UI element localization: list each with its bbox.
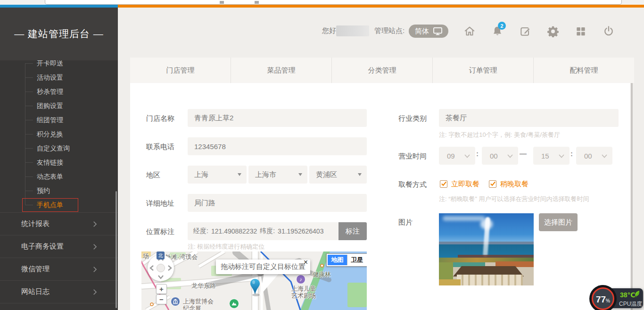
sidebar-section-ecommerce[interactable]: 电子商务设置	[0, 235, 118, 258]
accent-bar-orange	[118, 5, 644, 8]
zoom-in-button[interactable]: +	[156, 284, 167, 294]
check-icon	[490, 181, 496, 187]
photo-fountain-spray	[480, 219, 493, 229]
image-label: 图片	[398, 218, 413, 227]
chevron-right-icon	[91, 265, 99, 274]
home-icon[interactable]	[463, 25, 476, 37]
address-input[interactable]	[188, 194, 367, 212]
pan-center-knob[interactable]	[157, 264, 165, 272]
pickup-later-checkbox[interactable]	[489, 180, 496, 188]
sidebar-section-wechat[interactable]: 微信管理	[0, 258, 118, 280]
close-hour-select[interactable]: 15	[533, 147, 570, 165]
category-label: 行业类别	[398, 114, 427, 123]
province-select[interactable]: 上海	[188, 166, 247, 184]
map-type-switch: 地图 卫星	[326, 253, 367, 267]
category-note: 注: 字数不超过10个字，例: 美食/粤菜/茶餐厅	[439, 131, 560, 139]
zoom-out-button[interactable]: −	[156, 294, 167, 304]
map-type-map-button[interactable]: 地图	[328, 255, 347, 265]
photo-autumn-tree	[439, 279, 461, 285]
close-icon[interactable]: ×	[304, 259, 308, 266]
sidebar-item-points[interactable]: 积分兑换	[0, 127, 118, 141]
sidebar-item-links[interactable]: 友情链接	[0, 155, 118, 169]
sidebar-item-groupon[interactable]: 团购设置	[0, 99, 118, 113]
open-hour-select[interactable]: 09	[439, 147, 475, 165]
time-colon: :	[570, 150, 573, 158]
map-label-road: 龙华东路	[191, 282, 216, 290]
sidebar-scrollbar[interactable]	[116, 191, 117, 308]
pickup-label: 取餐方式	[398, 180, 427, 189]
notification-badge: 2	[498, 22, 506, 30]
tab-store-management[interactable]: 门店管理	[130, 58, 231, 83]
tab-ingredient-management[interactable]: 配料管理	[534, 58, 634, 83]
site-label: 管理站点:	[374, 26, 405, 35]
sidebar-item-custom-query[interactable]: 自定义查询	[0, 141, 118, 155]
power-icon[interactable]	[603, 25, 615, 37]
province-value: 上海	[194, 170, 208, 179]
map-label-expo-line2: 纪念展	[183, 304, 201, 310]
tab-category-management[interactable]: 分类管理	[332, 58, 433, 83]
cpu-temperature-label: CPU温度	[619, 300, 642, 308]
map[interactable]: 场 外滩·湾璞会 龙华东路 健康林 上海儿童 艺术剧场 上海世博会 纪念展 ♪ …	[141, 251, 367, 310]
coordinates-field[interactable]: 经度: 121.490882232 纬度: 31.1952626403	[188, 222, 339, 240]
store-name-label: 门店名称	[146, 114, 174, 123]
chevron-right-icon	[91, 220, 99, 228]
sidebar-item-dynamic-form[interactable]: 动态表单	[0, 169, 118, 184]
content-scrollbar[interactable]	[631, 83, 633, 310]
pickup-note: 注: “稍晚取餐” 用户可以选择在营业时间内选择取餐时间	[439, 195, 589, 203]
latitude-value: 31.1952626403	[278, 227, 323, 235]
city-select[interactable]: 上海市	[248, 166, 307, 184]
edit-icon[interactable]	[519, 25, 531, 37]
location-note: 注: 根据经纬度进行精确定位	[188, 243, 264, 251]
cpu-usage-gauge[interactable]: 77 %	[589, 285, 617, 310]
district-select[interactable]: 黄浦区	[309, 166, 367, 184]
city-value: 上海市	[255, 170, 276, 179]
username-redacted	[336, 25, 369, 36]
sidebar-section-stub	[0, 303, 118, 310]
category-input[interactable]	[439, 109, 619, 127]
section-label: 网站日志	[21, 287, 50, 296]
sidebar-section-logs[interactable]: 网站日志	[0, 280, 118, 303]
caret-down-icon	[238, 173, 241, 176]
chevron-down-icon	[559, 154, 564, 158]
map-pin[interactable]	[250, 279, 260, 297]
pickup-later-label[interactable]: 稍晚取餐	[500, 180, 528, 189]
open-minute-select[interactable]: 00	[482, 147, 518, 165]
music-venue-icon: ♪	[296, 275, 305, 284]
phone-label: 联系电话	[146, 142, 174, 151]
museum-icon	[171, 297, 180, 306]
tooltip-text: 拖动标注可自定义目标位置	[221, 262, 305, 271]
store-photo	[439, 213, 534, 285]
location-label: 位置标注	[146, 227, 174, 236]
settings-gear-icon[interactable]	[547, 25, 559, 37]
sidebar-item-activity[interactable]: 活动设置	[0, 70, 118, 84]
store-name-input[interactable]	[188, 109, 367, 127]
caret-down-icon	[358, 173, 362, 176]
chevron-down-icon	[464, 154, 470, 158]
apps-grid-icon[interactable]	[575, 25, 587, 37]
tab-dish-management[interactable]: 菜品管理	[231, 58, 332, 83]
pickup-now-label[interactable]: 立即取餐	[451, 180, 479, 189]
phone-input[interactable]	[188, 137, 367, 155]
greeting-text: 您好	[322, 26, 336, 35]
sidebar-section-reports[interactable]: 统计报表	[0, 212, 118, 235]
cpu-percent-sign: %	[606, 298, 610, 303]
language-button[interactable]: 简体	[409, 25, 448, 38]
tab-order-management[interactable]: 订单管理	[433, 58, 534, 83]
sidebar-item-booking[interactable]: 预约	[0, 184, 118, 198]
open-minute-value: 00	[490, 152, 498, 160]
page: — 建站管理后台 — 开卡即送 活动设置 秒杀管理 团购设置 组团管理 积分兑换…	[0, 0, 644, 310]
close-minute-select[interactable]: 00	[576, 147, 612, 165]
map-type-satellite-button[interactable]: 卫星	[347, 255, 367, 265]
sidebar-item-seckill[interactable]: 秒杀管理	[0, 84, 118, 99]
close-hour-value: 15	[541, 152, 549, 160]
chevron-right-icon	[91, 288, 99, 296]
district-value: 黄浦区	[316, 170, 337, 179]
pickup-now-checkbox[interactable]	[440, 180, 447, 188]
mark-location-button[interactable]: 标注	[339, 222, 367, 240]
close-minute-value: 00	[584, 152, 592, 160]
park-icon	[229, 299, 239, 309]
map-label-park: 健康林	[313, 270, 331, 279]
choose-image-button[interactable]: 选择图片	[539, 213, 578, 231]
cpu-percent-value: 77	[596, 294, 606, 305]
sidebar-item-team[interactable]: 组团管理	[0, 113, 118, 127]
